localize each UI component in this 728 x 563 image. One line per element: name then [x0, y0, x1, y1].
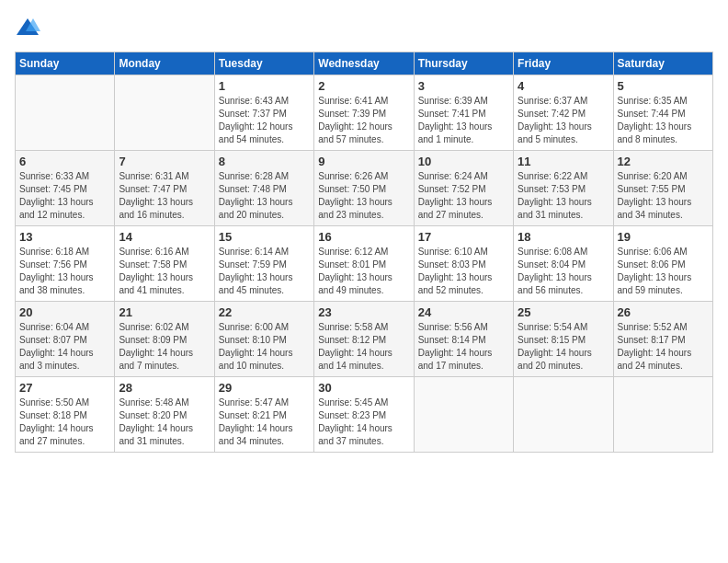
- day-info: Sunrise: 5:45 AM Sunset: 8:23 PM Dayligh…: [318, 396, 409, 448]
- day-number: 28: [119, 381, 210, 395]
- day-number: 15: [219, 230, 310, 244]
- day-header-friday: Friday: [514, 52, 613, 75]
- day-info: Sunrise: 6:26 AM Sunset: 7:50 PM Dayligh…: [318, 170, 409, 222]
- day-info: Sunrise: 6:22 AM Sunset: 7:53 PM Dayligh…: [518, 170, 609, 222]
- day-cell: 30Sunrise: 5:45 AM Sunset: 8:23 PM Dayli…: [314, 377, 414, 453]
- day-cell: 5Sunrise: 6:35 AM Sunset: 7:44 PM Daylig…: [613, 75, 712, 151]
- day-cell: 24Sunrise: 5:56 AM Sunset: 8:14 PM Dayli…: [414, 302, 513, 377]
- day-number: 16: [318, 230, 409, 244]
- day-cell: 8Sunrise: 6:28 AM Sunset: 7:48 PM Daylig…: [214, 151, 313, 226]
- day-info: Sunrise: 6:04 AM Sunset: 8:07 PM Dayligh…: [19, 321, 110, 373]
- day-number: 22: [219, 305, 310, 319]
- day-cell: 23Sunrise: 5:58 AM Sunset: 8:12 PM Dayli…: [314, 302, 414, 377]
- day-cell: [414, 377, 513, 453]
- day-info: Sunrise: 6:00 AM Sunset: 8:10 PM Dayligh…: [219, 321, 310, 373]
- day-info: Sunrise: 6:43 AM Sunset: 7:37 PM Dayligh…: [219, 95, 310, 146]
- day-info: Sunrise: 6:33 AM Sunset: 7:45 PM Dayligh…: [19, 170, 110, 222]
- day-cell: 15Sunrise: 6:14 AM Sunset: 7:59 PM Dayli…: [214, 226, 313, 302]
- day-number: 25: [518, 305, 609, 319]
- day-info: Sunrise: 5:47 AM Sunset: 8:21 PM Dayligh…: [219, 396, 310, 448]
- day-number: 3: [418, 79, 509, 93]
- day-number: 9: [318, 155, 409, 168]
- day-number: 27: [19, 381, 110, 395]
- day-number: 12: [618, 155, 709, 168]
- day-info: Sunrise: 6:28 AM Sunset: 7:48 PM Dayligh…: [219, 170, 310, 222]
- day-cell: 22Sunrise: 6:00 AM Sunset: 8:10 PM Dayli…: [214, 302, 313, 377]
- day-info: Sunrise: 5:52 AM Sunset: 8:17 PM Dayligh…: [618, 321, 709, 373]
- day-info: Sunrise: 6:02 AM Sunset: 8:09 PM Dayligh…: [119, 321, 210, 373]
- day-cell: 2Sunrise: 6:41 AM Sunset: 7:39 PM Daylig…: [314, 75, 414, 151]
- day-cell: 27Sunrise: 5:50 AM Sunset: 8:18 PM Dayli…: [16, 377, 115, 453]
- logo: [15, 15, 44, 40]
- day-cell: 19Sunrise: 6:06 AM Sunset: 8:06 PM Dayli…: [613, 226, 712, 302]
- day-cell: [613, 377, 712, 453]
- day-info: Sunrise: 6:31 AM Sunset: 7:47 PM Dayligh…: [119, 170, 210, 222]
- day-cell: 17Sunrise: 6:10 AM Sunset: 8:03 PM Dayli…: [414, 226, 513, 302]
- day-number: 23: [318, 305, 409, 319]
- day-cell: 29Sunrise: 5:47 AM Sunset: 8:21 PM Dayli…: [214, 377, 313, 453]
- day-number: 7: [119, 155, 210, 168]
- day-number: 30: [318, 381, 409, 395]
- day-info: Sunrise: 6:06 AM Sunset: 8:06 PM Dayligh…: [618, 246, 709, 297]
- day-info: Sunrise: 5:50 AM Sunset: 8:18 PM Dayligh…: [19, 396, 110, 448]
- day-info: Sunrise: 6:14 AM Sunset: 7:59 PM Dayligh…: [219, 246, 310, 297]
- day-cell: 9Sunrise: 6:26 AM Sunset: 7:50 PM Daylig…: [314, 151, 414, 226]
- day-number: 26: [618, 305, 709, 319]
- day-cell: [514, 377, 613, 453]
- day-cell: 21Sunrise: 6:02 AM Sunset: 8:09 PM Dayli…: [115, 302, 214, 377]
- day-cell: 25Sunrise: 5:54 AM Sunset: 8:15 PM Dayli…: [514, 302, 613, 377]
- day-cell: 26Sunrise: 5:52 AM Sunset: 8:17 PM Dayli…: [613, 302, 712, 377]
- day-cell: 1Sunrise: 6:43 AM Sunset: 7:37 PM Daylig…: [214, 75, 313, 151]
- day-header-monday: Monday: [115, 52, 214, 75]
- day-cell: 13Sunrise: 6:18 AM Sunset: 7:56 PM Dayli…: [16, 226, 115, 302]
- day-header-thursday: Thursday: [414, 52, 513, 75]
- day-cell: 28Sunrise: 5:48 AM Sunset: 8:20 PM Dayli…: [115, 377, 214, 453]
- day-cell: 10Sunrise: 6:24 AM Sunset: 7:52 PM Dayli…: [414, 151, 513, 226]
- day-info: Sunrise: 6:39 AM Sunset: 7:41 PM Dayligh…: [418, 95, 509, 146]
- day-number: 13: [19, 230, 110, 244]
- day-number: 24: [418, 305, 509, 319]
- week-row-4: 20Sunrise: 6:04 AM Sunset: 8:07 PM Dayli…: [16, 302, 713, 377]
- week-row-1: 1Sunrise: 6:43 AM Sunset: 7:37 PM Daylig…: [16, 75, 713, 151]
- day-info: Sunrise: 6:16 AM Sunset: 7:58 PM Dayligh…: [119, 246, 210, 297]
- day-number: 14: [119, 230, 210, 244]
- day-number: 4: [518, 79, 609, 93]
- day-cell: 4Sunrise: 6:37 AM Sunset: 7:42 PM Daylig…: [514, 75, 613, 151]
- day-info: Sunrise: 6:35 AM Sunset: 7:44 PM Dayligh…: [618, 95, 709, 146]
- day-header-sunday: Sunday: [16, 52, 115, 75]
- day-info: Sunrise: 6:08 AM Sunset: 8:04 PM Dayligh…: [518, 246, 609, 297]
- day-number: 8: [219, 155, 310, 168]
- day-cell: 3Sunrise: 6:39 AM Sunset: 7:41 PM Daylig…: [414, 75, 513, 151]
- day-info: Sunrise: 6:41 AM Sunset: 7:39 PM Dayligh…: [318, 95, 409, 146]
- day-info: Sunrise: 5:56 AM Sunset: 8:14 PM Dayligh…: [418, 321, 509, 373]
- day-info: Sunrise: 6:24 AM Sunset: 7:52 PM Dayligh…: [418, 170, 509, 222]
- day-number: 5: [618, 79, 709, 93]
- day-number: 18: [518, 230, 609, 244]
- day-number: 1: [219, 79, 310, 93]
- calendar-header-row: SundayMondayTuesdayWednesdayThursdayFrid…: [16, 52, 713, 75]
- day-header-tuesday: Tuesday: [214, 52, 313, 75]
- week-row-5: 27Sunrise: 5:50 AM Sunset: 8:18 PM Dayli…: [16, 377, 713, 453]
- day-number: 10: [418, 155, 509, 168]
- day-number: 21: [119, 305, 210, 319]
- day-number: 17: [418, 230, 509, 244]
- day-info: Sunrise: 6:12 AM Sunset: 8:01 PM Dayligh…: [318, 246, 409, 297]
- day-cell: 6Sunrise: 6:33 AM Sunset: 7:45 PM Daylig…: [16, 151, 115, 226]
- day-info: Sunrise: 5:58 AM Sunset: 8:12 PM Dayligh…: [318, 321, 409, 373]
- day-cell: [115, 75, 214, 151]
- day-number: 20: [19, 305, 110, 319]
- day-header-wednesday: Wednesday: [314, 52, 414, 75]
- week-row-3: 13Sunrise: 6:18 AM Sunset: 7:56 PM Dayli…: [16, 226, 713, 302]
- day-info: Sunrise: 6:10 AM Sunset: 8:03 PM Dayligh…: [418, 246, 509, 297]
- day-info: Sunrise: 6:20 AM Sunset: 7:55 PM Dayligh…: [618, 170, 709, 222]
- calendar: SundayMondayTuesdayWednesdayThursdayFrid…: [15, 52, 713, 453]
- day-cell: [16, 75, 115, 151]
- day-number: 6: [19, 155, 110, 168]
- day-info: Sunrise: 6:18 AM Sunset: 7:56 PM Dayligh…: [19, 246, 110, 297]
- day-cell: 20Sunrise: 6:04 AM Sunset: 8:07 PM Dayli…: [16, 302, 115, 377]
- day-cell: 16Sunrise: 6:12 AM Sunset: 8:01 PM Dayli…: [314, 226, 414, 302]
- day-number: 11: [518, 155, 609, 168]
- logo-icon: [15, 15, 40, 40]
- day-cell: 11Sunrise: 6:22 AM Sunset: 7:53 PM Dayli…: [514, 151, 613, 226]
- day-header-saturday: Saturday: [613, 52, 712, 75]
